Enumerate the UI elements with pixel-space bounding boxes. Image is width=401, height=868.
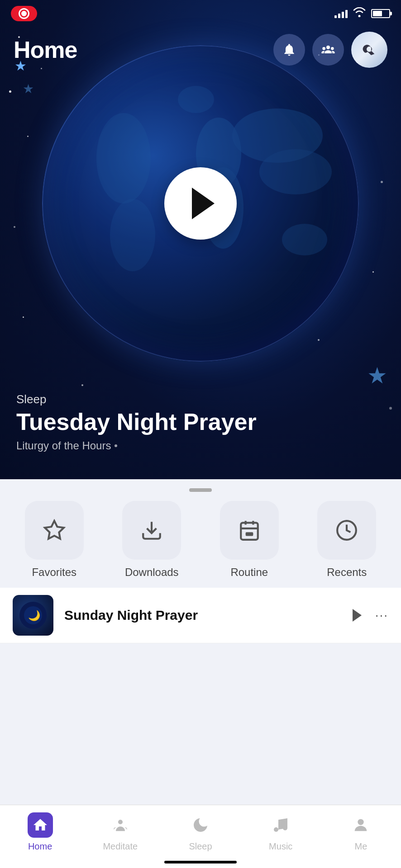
play-icon (192, 188, 215, 219)
play-icon-small (353, 609, 362, 622)
song-subtitle: Liturgy of the Hours (16, 439, 385, 452)
list-play-button[interactable] (346, 605, 366, 625)
tab-meditate[interactable]: Meditate (80, 812, 160, 852)
me-tab-icon (348, 812, 373, 838)
wifi-icon (353, 7, 366, 20)
routine-label: Routine (230, 566, 268, 579)
tab-bar: Home Meditate Sleep (0, 805, 401, 868)
svg-point-23 (274, 827, 278, 832)
list-more-button[interactable]: ··· (375, 608, 388, 623)
globe-container (42, 45, 359, 362)
meditate-tab-label: Meditate (103, 841, 138, 852)
list-item-thumbnail: 🌙 (13, 595, 53, 636)
meditate-tab-icon (108, 812, 133, 838)
thumb-globe: 🌙 (19, 602, 47, 629)
svg-rect-13 (241, 523, 258, 540)
record-dot (20, 9, 28, 18)
svg-point-0 (326, 46, 330, 49)
svg-point-24 (283, 826, 287, 830)
social-button[interactable] (312, 34, 344, 66)
battery-icon (371, 9, 390, 18)
signal-bar-1 (334, 15, 337, 18)
tab-music[interactable]: Music (241, 812, 321, 852)
sleep-tab-label: Sleep (189, 841, 212, 852)
list-controls: ··· (346, 605, 388, 625)
recents-icon-box (317, 501, 376, 560)
tab-sleep[interactable]: Sleep (160, 812, 240, 852)
battery-fill (373, 11, 382, 16)
notifications-button[interactable] (273, 34, 305, 66)
song-title: Tuesday Night Prayer (16, 409, 385, 435)
recents-label: Recents (327, 566, 367, 579)
bottom-panel: Favorites Downloads (0, 479, 401, 868)
svg-text:🌙: 🌙 (28, 609, 41, 622)
nav-icons (273, 32, 387, 68)
play-button[interactable] (164, 167, 237, 240)
search-button[interactable] (351, 32, 387, 68)
tab-home[interactable]: Home (0, 812, 80, 852)
downloads-label: Downloads (125, 566, 179, 579)
star-decoration-left: ★ (23, 81, 34, 96)
svg-rect-17 (245, 532, 253, 536)
svg-point-7 (96, 113, 151, 203)
star-decoration-right: ★ (367, 363, 387, 389)
scroll-indicator (189, 488, 212, 492)
globe (42, 45, 359, 362)
home-indicator (164, 861, 237, 863)
routine-action[interactable]: Routine (204, 501, 295, 579)
page-title: Home (14, 36, 77, 63)
dot-separator (115, 444, 117, 447)
recents-action[interactable]: Recents (302, 501, 392, 579)
signal-bar-3 (342, 12, 344, 18)
favorites-label: Favorites (32, 566, 76, 579)
top-nav: Home (0, 27, 401, 72)
status-right (334, 7, 390, 20)
signal-bar-4 (345, 10, 348, 18)
svg-point-22 (118, 820, 123, 824)
svg-point-5 (232, 108, 323, 163)
signal-bar-2 (338, 14, 340, 18)
downloads-action[interactable]: Downloads (107, 501, 197, 579)
recent-list: 🌙 Sunday Night Prayer ··· (0, 588, 401, 643)
calendar-icon (238, 519, 261, 542)
svg-point-9 (282, 224, 327, 255)
actions-row: Favorites Downloads (9, 501, 392, 579)
record-button[interactable] (11, 6, 37, 21)
routine-icon-box (220, 501, 279, 560)
tab-me[interactable]: Me (321, 812, 401, 852)
svg-point-2 (331, 47, 334, 50)
downloads-icon-box (122, 501, 181, 560)
home-tab-label: Home (28, 841, 52, 852)
music-tab-label: Music (269, 841, 292, 852)
hero-section: Home (0, 0, 401, 479)
favorites-icon-box (25, 501, 84, 560)
star-icon (43, 519, 66, 542)
svg-point-8 (110, 199, 155, 271)
music-tab-icon (268, 812, 293, 838)
sleep-tab-icon (188, 812, 213, 838)
song-info: Sleep Tuesday Night Prayer Liturgy of th… (16, 392, 385, 452)
clock-icon (335, 519, 358, 542)
download-icon (140, 519, 163, 542)
list-item[interactable]: 🌙 Sunday Night Prayer ··· (0, 588, 401, 643)
signal-bars (334, 9, 348, 18)
svg-point-10 (178, 86, 214, 113)
list-item-title: Sunday Night Prayer (64, 608, 346, 623)
favorites-action[interactable]: Favorites (9, 501, 100, 579)
song-category: Sleep (16, 392, 385, 406)
svg-point-25 (358, 819, 364, 825)
status-bar (0, 0, 401, 27)
me-tab-label: Me (355, 841, 368, 852)
svg-point-6 (259, 149, 332, 194)
home-tab-icon (28, 812, 53, 838)
svg-point-1 (322, 47, 325, 50)
svg-marker-11 (45, 521, 64, 539)
quick-actions: Favorites Downloads (0, 479, 401, 583)
